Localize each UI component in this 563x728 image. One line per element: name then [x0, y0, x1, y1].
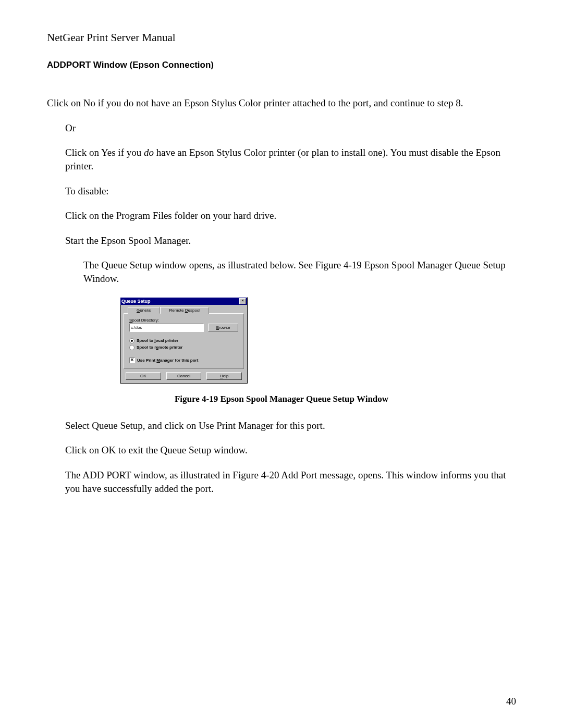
tab-general[interactable]: General: [128, 307, 160, 314]
paragraph: The ADD PORT window, as illustrated in F…: [65, 468, 516, 495]
close-button[interactable]: ×: [239, 298, 246, 304]
tab-panel-general: Spool Directory: c:\dos Browse Spool to …: [124, 313, 244, 369]
paragraph: Select Queue Setup, and click on Use Pri…: [65, 419, 516, 433]
paragraph: The Queue Setup window opens, as illustr…: [83, 258, 516, 285]
radio-label: Spool to local printer: [137, 338, 178, 343]
ok-button[interactable]: OK: [126, 372, 161, 380]
label-text: pool Directory:: [132, 318, 159, 323]
paragraph: Click on OK to exit the Queue Setup wind…: [65, 443, 516, 457]
paragraph: Click on Yes if you do have an Epson Sty…: [65, 146, 516, 172]
paragraph: To disable:: [65, 184, 516, 198]
checkbox-use-print-manager[interactable]: ✕ Use Print Manager for this port: [129, 357, 238, 363]
figure-dialog: Queue Setup × General Remote Despool Spo…: [120, 297, 516, 384]
paragraph: Click on No if you do not have an Epson …: [47, 96, 516, 110]
radio-label: Spool to remote printer: [137, 345, 182, 350]
button-label: rowse: [219, 325, 230, 330]
button-label: elp: [223, 374, 229, 378]
radio-spool-local[interactable]: Spool to local printer: [129, 338, 238, 343]
paragraph: Start the Epson Spool Manager.: [65, 234, 516, 248]
paragraph: Or: [65, 121, 516, 135]
dialog-titlebar: Queue Setup ×: [120, 298, 247, 305]
tab-label: emote: [172, 308, 185, 313]
dialog-button-row: OK Cancel Help: [124, 372, 244, 380]
section-heading: ADDPORT Window (Epson Connection): [47, 60, 516, 70]
help-button[interactable]: Help: [206, 372, 242, 380]
spool-directory-input[interactable]: c:\dos: [129, 324, 204, 332]
spool-directory-label: Spool Directory:: [129, 318, 238, 323]
page-number: 40: [506, 696, 516, 707]
paragraph: Click on the Program Files folder on you…: [65, 209, 516, 223]
radio-spool-remote[interactable]: Spool to remote printer: [129, 345, 238, 350]
browse-button[interactable]: Browse: [208, 324, 238, 331]
tab-remote-despool[interactable]: Remote Despool: [160, 307, 209, 314]
tab-strip: General Remote Despool: [128, 306, 244, 313]
tab-label: espool: [188, 308, 201, 313]
document-header: NetGear Print Server Manual: [47, 31, 516, 44]
figure-caption: Figure 4-19 Epson Spool Manager Queue Se…: [47, 394, 516, 404]
checkbox-icon: ✕: [129, 357, 135, 363]
cancel-button[interactable]: Cancel: [166, 372, 202, 380]
radio-icon: [129, 338, 134, 343]
text-italic: do: [144, 147, 154, 158]
dialog-title: Queue Setup: [121, 299, 151, 304]
radio-icon: [129, 345, 134, 350]
tab-label: eneral: [140, 308, 151, 313]
queue-setup-dialog: Queue Setup × General Remote Despool Spo…: [120, 297, 248, 384]
checkbox-label: Use Print Manager for this port: [137, 358, 198, 363]
text: Click on Yes if you: [65, 147, 144, 158]
